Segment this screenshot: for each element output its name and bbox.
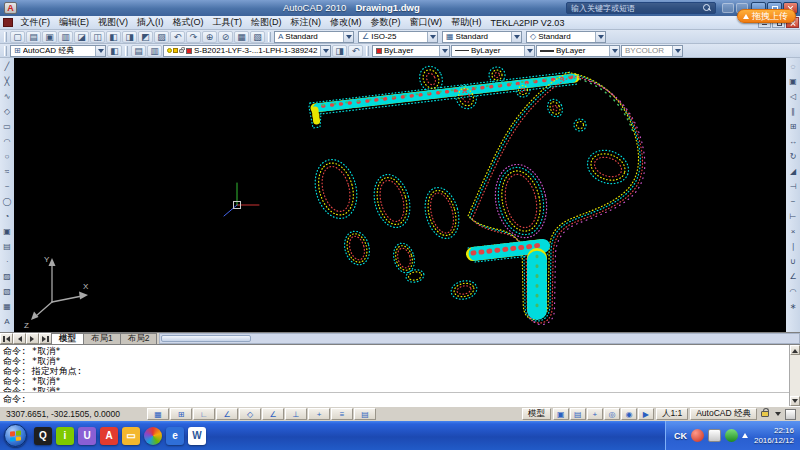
tray-safety-icon[interactable] (725, 429, 738, 442)
polyline-icon[interactable]: ∿ (1, 89, 14, 104)
chevron-down-icon[interactable] (343, 32, 353, 42)
copy-icon[interactable]: ▣ (787, 74, 800, 89)
layer-freeze-icon[interactable] (173, 48, 178, 53)
document-icon[interactable] (3, 18, 13, 27)
osnap-toggle[interactable]: ◇ (239, 408, 261, 420)
tray-tool-icon[interactable] (708, 429, 721, 442)
plot-icon[interactable]: ▥ (58, 31, 73, 43)
dyn-toggle[interactable]: + (308, 408, 330, 420)
snap-toggle[interactable]: ▦ (147, 408, 169, 420)
qnew-icon[interactable]: ▢ (10, 31, 25, 43)
polygon-icon[interactable]: ◇ (1, 104, 14, 119)
menu-item[interactable]: 参数(P) (366, 16, 405, 29)
scrollbar-track[interactable] (790, 355, 800, 396)
undo-icon[interactable]: ↶ (170, 31, 185, 43)
arc-icon[interactable]: ◠ (1, 134, 14, 149)
show-motion-icon[interactable]: ▶ (638, 408, 654, 420)
lock-icon[interactable] (761, 411, 769, 417)
start-button[interactable] (4, 424, 27, 447)
scale-icon[interactable]: ◢ (787, 164, 800, 179)
steering-wheel-icon[interactable]: ◉ (621, 408, 637, 420)
layer-previous-icon[interactable]: ↶ (348, 45, 363, 57)
next-tab-button[interactable] (26, 333, 39, 344)
toolbar-grip[interactable] (366, 46, 369, 56)
insert-block-icon[interactable]: ▣ (1, 224, 14, 239)
ducs-toggle[interactable]: ⊥ (285, 408, 307, 420)
info-center-search[interactable] (566, 2, 716, 14)
table-style-dropdown[interactable]: ▦ Standard (442, 31, 522, 43)
oval-rings[interactable] (309, 145, 633, 302)
menu-item[interactable]: 编辑(E) (55, 16, 94, 29)
layout-tab[interactable]: 布局2 (120, 333, 158, 344)
command-history[interactable]: 命令: *取消* 命令: *取消* 命令: 指定对角点: 命令: *取消* 命令… (0, 345, 789, 392)
trim-icon[interactable]: − (787, 194, 800, 209)
prev-tab-button[interactable] (13, 333, 26, 344)
lineweight-toggle[interactable]: ≡ (331, 408, 353, 420)
rotate-icon[interactable]: ↻ (787, 149, 800, 164)
multileader-style-dropdown[interactable]: ◇ Standard (526, 31, 606, 43)
menu-item[interactable]: 工具(T) (208, 16, 247, 29)
open-icon[interactable]: ▤ (26, 31, 41, 43)
multiline-text-icon[interactable]: A (1, 314, 14, 329)
word-icon[interactable]: W (188, 427, 206, 445)
lineweight-dropdown[interactable]: ByLayer (536, 45, 620, 57)
chamfer-icon[interactable]: ∠ (787, 269, 800, 284)
reader-icon[interactable]: A (100, 427, 118, 445)
toolbar-grip[interactable] (4, 46, 7, 56)
hatch-icon[interactable]: ▨ (1, 269, 14, 284)
fillet-icon[interactable]: ◠ (787, 284, 800, 299)
ellipse-arc-icon[interactable]: ◔ (1, 209, 14, 224)
workspace-dropdown[interactable]: ⊞ AutoCAD 经典 (10, 45, 106, 57)
polar-toggle[interactable]: ∠ (216, 408, 238, 420)
menu-item[interactable]: 格式(O) (168, 16, 208, 29)
scroll-up-button[interactable] (790, 345, 800, 355)
layer-on-icon[interactable] (167, 48, 172, 53)
save-icon[interactable]: ▣ (42, 31, 57, 43)
color-dropdown[interactable]: ByLayer (372, 45, 450, 57)
layer-color-swatch[interactable] (186, 48, 192, 54)
workspace-switch-button[interactable]: AutoCAD 经典 (690, 408, 757, 420)
hidden-icons-arrow[interactable] (742, 430, 748, 438)
spline-icon[interactable]: ~ (1, 179, 14, 194)
zoom-realtime-icon[interactable]: ⊘ (218, 31, 233, 43)
otrack-toggle[interactable]: ∠ (262, 408, 284, 420)
gradient-icon[interactable]: ▧ (1, 284, 14, 299)
toolbar-grip[interactable] (125, 46, 128, 56)
erase-icon[interactable]: ◌ (787, 59, 800, 74)
chevron-down-icon[interactable] (320, 46, 330, 56)
array-icon[interactable]: ⊞ (787, 119, 800, 134)
model-space-button[interactable]: 模型 (522, 408, 551, 420)
clean-screen-button[interactable] (785, 409, 796, 420)
menu-item[interactable]: 文件(F) (16, 16, 55, 29)
plot-style-dropdown[interactable]: BYCOLOR (621, 45, 683, 57)
layout-tab[interactable]: 模型 (51, 333, 84, 344)
command-prompt[interactable]: 命令: (0, 392, 789, 406)
chevron-down-icon[interactable] (524, 46, 534, 56)
scroll-down-button[interactable] (790, 396, 800, 406)
communication-center-icon[interactable] (722, 3, 734, 13)
chevron-down-icon[interactable] (95, 46, 105, 56)
construction-line-icon[interactable]: ╳ (1, 74, 14, 89)
taskbar-clock[interactable]: 22:16 2016/12/12 (754, 426, 794, 445)
autocad-logo-icon[interactable]: A (4, 2, 17, 14)
properties-icon[interactable]: ▧ (250, 31, 265, 43)
join-icon[interactable]: ∪ (787, 254, 800, 269)
extend-icon[interactable]: ⊢ (787, 209, 800, 224)
linetype-dropdown[interactable]: ByLayer (451, 45, 535, 57)
zoom-window-icon[interactable]: ▦ (234, 31, 249, 43)
layer-properties-icon[interactable]: ▤ (131, 45, 146, 57)
chevron-down-icon[interactable] (511, 32, 521, 42)
make-layer-current-icon[interactable]: ◨ (332, 45, 347, 57)
qq-icon[interactable]: Q (34, 427, 52, 445)
menu-item[interactable]: 标注(N) (286, 16, 326, 29)
cut-icon[interactable]: ◧ (106, 31, 121, 43)
uu-icon[interactable]: U (78, 427, 96, 445)
stretch-icon[interactable]: ⊣ (787, 179, 800, 194)
match-properties-icon[interactable]: ▨ (154, 31, 169, 43)
first-tab-button[interactable] (0, 333, 13, 344)
menu-item[interactable]: TEKLA2PIP V2.03 (486, 16, 569, 29)
browser-icon[interactable] (144, 427, 162, 445)
point-icon[interactable]: ∙ (1, 254, 14, 269)
command-scrollbar[interactable] (789, 345, 800, 406)
menu-item[interactable]: 绘图(D) (247, 16, 287, 29)
